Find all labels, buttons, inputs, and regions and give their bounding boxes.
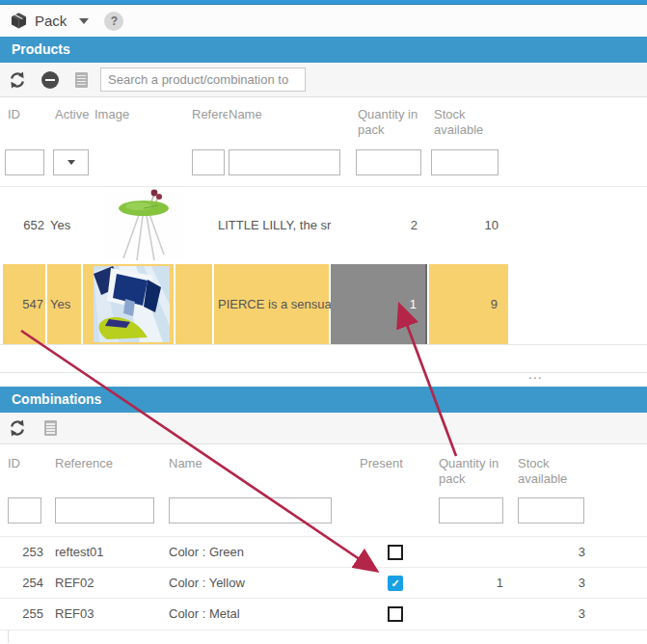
pagination-ellipsis: ... [528, 366, 543, 382]
combinations-col-id: ID [8, 456, 20, 471]
cell-id: 547 [3, 264, 45, 344]
remove-icon[interactable] [41, 71, 59, 89]
combinations-filter-qty[interactable] [439, 497, 503, 523]
combinations-col-stock: Stock available [518, 456, 581, 487]
present-checkbox-checked[interactable] [388, 576, 403, 591]
product-active: Yes [50, 264, 70, 344]
product-qty: 2 [330, 187, 418, 264]
next-row-border [8, 631, 9, 643]
pack-header: Pack ? [0, 5, 647, 37]
export-icon[interactable] [75, 72, 88, 88]
combinations-panel-header: Combinations [0, 387, 647, 413]
product-active: Yes [50, 187, 70, 264]
refresh-icon[interactable] [8, 70, 27, 90]
present-checkbox[interactable] [388, 606, 403, 622]
combination-row-253[interactable]: 253 reftest01 Color : Green 3 [0, 536, 647, 568]
help-button[interactable]: ? [104, 12, 123, 31]
search-input[interactable] [100, 67, 306, 92]
table-separator [0, 372, 647, 373]
products-col-name: Name [229, 107, 262, 122]
products-col-reference: Reference [192, 107, 228, 122]
combinations-filter-name[interactable] [169, 497, 332, 523]
cell-qty-selected[interactable]: 1 [331, 264, 427, 344]
combinations-col-present: Present [360, 456, 403, 471]
combination-id: 255 [8, 599, 43, 630]
combination-name: Color : Green [169, 537, 244, 568]
products-filter-stock[interactable] [431, 149, 499, 175]
combinations-col-qty: Quantity in pack [439, 456, 514, 487]
arrow-product-to-checkbox [21, 331, 375, 570]
combinations-col-reference: Reference [55, 456, 113, 471]
combination-row-254[interactable]: 254 REF02 Color : Yellow 1 3 [0, 567, 647, 599]
product-stock: 9 [429, 264, 498, 344]
products-col-stock: Stock available [434, 107, 498, 138]
products-panel-title: Products [12, 41, 70, 57]
product-row-547-selected[interactable]: 547 Yes [0, 264, 647, 345]
combination-reference: reftest01 [55, 537, 104, 568]
cell-name: PIERCE is a sensua [214, 264, 329, 344]
present-checkbox[interactable] [388, 545, 403, 560]
product-row-652[interactable]: 652 Yes LITTLE LILLY, the sr 2 [0, 186, 647, 264]
combination-name: Color : Yellow [169, 568, 245, 599]
combination-qty: 1 [437, 568, 503, 599]
products-filter-qty[interactable] [356, 149, 421, 175]
product-stock: 10 [428, 187, 499, 264]
combinations-col-name: Name [169, 456, 202, 471]
cell-stock: 9 [429, 264, 508, 344]
combination-reference: REF02 [55, 568, 94, 599]
combinations-filter-id[interactable] [8, 497, 41, 523]
combinations-filter-stock[interactable] [518, 497, 584, 523]
products-col-image: Image [94, 107, 129, 122]
combination-stock: 3 [518, 537, 585, 568]
combination-stock: 3 [518, 568, 585, 599]
select-caret-icon [67, 160, 75, 165]
product-name: PIERCE is a sensua [218, 264, 332, 344]
refresh-icon[interactable] [8, 418, 27, 438]
product-name: LITTLE LILLY, the sr [218, 187, 331, 264]
combination-id: 254 [8, 568, 43, 599]
caret-down-icon[interactable] [79, 18, 89, 24]
combination-row-255[interactable]: 255 REF03 Color : Metal 3 [0, 598, 647, 631]
cell-reference [175, 264, 212, 344]
products-filter-reference[interactable] [192, 149, 225, 175]
products-col-qty: Quantity in pack [358, 107, 433, 138]
products-filter-active[interactable] [53, 149, 89, 175]
combination-name: Color : Metal [169, 599, 240, 630]
combination-stock: 3 [518, 599, 585, 630]
product-image [94, 266, 170, 346]
page-title: Pack [35, 13, 67, 29]
combination-reference: REF03 [55, 599, 94, 630]
products-toolbar [0, 63, 647, 97]
product-id: 547 [3, 264, 43, 344]
product-image [104, 189, 183, 265]
cell-image [83, 264, 174, 344]
products-col-id: ID [8, 107, 20, 122]
export-icon[interactable] [44, 420, 57, 436]
product-id: 652 [3, 187, 44, 264]
combinations-toolbar [0, 413, 647, 444]
product-qty: 1 [331, 264, 417, 344]
products-col-active: Active [55, 107, 89, 122]
products-filter-name[interactable] [229, 149, 340, 175]
products-panel-header: Products [0, 37, 647, 63]
combinations-filter-reference[interactable] [55, 497, 154, 523]
combinations-panel-title: Combinations [12, 391, 101, 407]
products-filter-id[interactable] [5, 149, 44, 175]
pack-box-icon [10, 12, 28, 30]
combination-id: 253 [8, 537, 43, 568]
cell-active: Yes [47, 264, 81, 344]
pack-tool-window: Pack ? Products ID Active Image Re [0, 0, 647, 644]
